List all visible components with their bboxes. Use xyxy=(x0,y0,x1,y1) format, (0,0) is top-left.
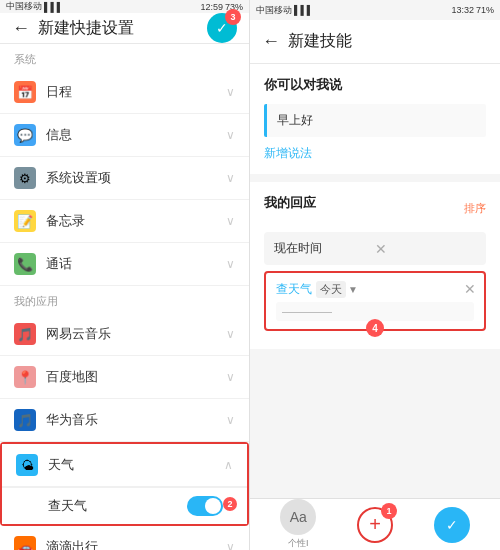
system-item-chevron: ∨ xyxy=(226,85,235,99)
apps-list: 🎵 网易云音乐 ∨ 📍 百度地图 ∨ 🎵 华为音乐 ∨ xyxy=(0,313,249,442)
add-phrase-button[interactable]: 新增说法 xyxy=(264,145,486,162)
more-app-label: 滴滴出行 xyxy=(46,538,226,550)
personalise-label: 个性I xyxy=(288,537,309,550)
system-item-icon: 💬 xyxy=(14,124,36,146)
system-list-item[interactable]: 📞 通话 ∨ xyxy=(0,243,249,286)
response-box-weather: 查天气 今天 ▼ ————— ✕ 4 xyxy=(264,271,486,331)
say-phrase: 早上好 xyxy=(264,104,486,137)
right-status-bar: 中国移动 ▌▌▌ 13:32 71% xyxy=(250,0,500,20)
response-today-label: 今天 xyxy=(316,281,346,298)
system-list: 📅 日程 ∨ 💬 信息 ∨ ⚙ 系统设置项 ∨ 📝 备忘录 ∨ 📞 通话 ∨ xyxy=(0,71,249,286)
weather-icon: 🌤 xyxy=(16,454,38,476)
left-back-button[interactable]: ← xyxy=(12,18,30,39)
weather-toggle[interactable] xyxy=(187,496,223,516)
right-status-right: 13:32 71% xyxy=(451,5,494,15)
response-title: 我的回应 xyxy=(264,194,316,212)
system-section-label: 系统 xyxy=(0,44,249,71)
dropdown-icon[interactable]: ▼ xyxy=(348,284,358,295)
system-item-label: 备忘录 xyxy=(46,212,226,230)
system-item-icon: ⚙ xyxy=(14,167,36,189)
bottom-bar: Aa 个性I + 1 ✓ xyxy=(250,498,500,550)
response-header: 我的回应 排序 xyxy=(264,194,486,222)
left-time: 12:59 xyxy=(200,2,223,12)
weather-chevron-icon: ∧ xyxy=(224,458,233,472)
app-item-label: 网易云音乐 xyxy=(46,325,226,343)
confirm-bottom-button[interactable]: ✓ xyxy=(434,507,470,543)
system-list-item[interactable]: 📅 日程 ∨ xyxy=(0,71,249,114)
system-item-label: 日程 xyxy=(46,83,226,101)
confirm-icon: ✓ xyxy=(434,507,470,543)
response-box-top: 查天气 今天 ▼ xyxy=(276,281,474,298)
system-list-item[interactable]: ⚙ 系统设置项 ∨ xyxy=(0,157,249,200)
response-item-time: 现在时间 ✕ xyxy=(264,232,486,265)
say-section: 你可以对我说 早上好 新增说法 xyxy=(250,64,500,174)
more-app-list-item[interactable]: 🚗 滴滴出行 ∨ xyxy=(0,526,249,550)
add-badge: 1 xyxy=(381,503,397,519)
app-item-chevron: ∨ xyxy=(226,370,235,384)
left-panel: 中国移动 ▌▌▌ 12:59 73% ← 新建快捷设置 ✓ 3 系统 📅 日程 … xyxy=(0,0,250,550)
weather-parent-item[interactable]: 🌤 天气 ∧ xyxy=(2,444,247,487)
system-item-chevron: ∨ xyxy=(226,214,235,228)
weather-group: 🌤 天气 ∧ 查天气 2 xyxy=(0,442,249,526)
system-item-chevron: ∨ xyxy=(226,171,235,185)
more-app-icon: 🚗 xyxy=(14,536,36,550)
response-section: 我的回应 排序 现在时间 ✕ 查天气 今天 ▼ ————— ✕ 4 xyxy=(250,182,500,349)
response-item-label: 现在时间 xyxy=(274,240,375,257)
weather-child-label: 查天气 xyxy=(48,497,187,515)
right-content: 你可以对我说 早上好 新增说法 我的回应 排序 现在时间 ✕ 查天气 今天 ▼ xyxy=(250,64,500,498)
app-list-item[interactable]: 🎵 网易云音乐 ∨ xyxy=(0,313,249,356)
left-check-button[interactable]: ✓ 3 xyxy=(207,13,237,43)
app-item-label: 百度地图 xyxy=(46,368,226,386)
personalise-icon: Aa xyxy=(280,499,316,535)
left-carrier: 中国移动 xyxy=(6,0,42,13)
sort-button[interactable]: 排序 xyxy=(464,201,486,216)
app-item-icon: 🎵 xyxy=(14,409,36,431)
app-item-chevron: ∨ xyxy=(226,413,235,427)
right-carrier: 中国移动 xyxy=(256,4,292,17)
system-item-label: 通话 xyxy=(46,255,226,273)
app-list-item[interactable]: 🎵 华为音乐 ∨ xyxy=(0,399,249,442)
left-status-bar: 中国移动 ▌▌▌ 12:59 73% xyxy=(0,0,249,13)
right-time: 13:32 xyxy=(451,5,474,15)
app-list-item[interactable]: 📍 百度地图 ∨ xyxy=(0,356,249,399)
more-apps-list: 🚗 滴滴出行 ∨ ❤ 运动健康 ∨ 🎵 QQ音乐 ∨ xyxy=(0,526,249,550)
weather-badge-num: 2 xyxy=(223,497,237,511)
more-app-chevron: ∨ xyxy=(226,540,235,550)
left-check-badge: 3 xyxy=(225,9,241,25)
weather-badge: 2 xyxy=(227,503,233,509)
right-panel: 中国移动 ▌▌▌ 13:32 71% ← 新建技能 你可以对我说 早上好 新增说… xyxy=(250,0,500,550)
left-header: ← 新建快捷设置 ✓ 3 xyxy=(0,13,249,44)
system-item-label: 信息 xyxy=(46,126,226,144)
system-list-item[interactable]: 💬 信息 ∨ xyxy=(0,114,249,157)
app-item-chevron: ∨ xyxy=(226,327,235,341)
system-item-chevron: ∨ xyxy=(226,257,235,271)
right-back-button[interactable]: ← xyxy=(262,31,280,52)
app-item-icon: 🎵 xyxy=(14,323,36,345)
apps-section-label: 我的应用 xyxy=(0,286,249,313)
response-box-close[interactable]: ✕ xyxy=(464,281,476,297)
system-item-icon: 📅 xyxy=(14,81,36,103)
personalise-button[interactable]: Aa 个性I xyxy=(280,499,316,550)
system-item-icon: 📞 xyxy=(14,253,36,275)
left-header-left: ← 新建快捷设置 xyxy=(12,18,134,39)
response-weather-label: 查天气 xyxy=(276,281,312,298)
system-list-item[interactable]: 📝 备忘录 ∨ xyxy=(0,200,249,243)
left-page-title: 新建快捷设置 xyxy=(38,18,134,39)
response-item-close[interactable]: ✕ xyxy=(375,241,476,257)
right-header: ← 新建技能 xyxy=(250,20,500,64)
app-item-icon: 📍 xyxy=(14,366,36,388)
left-status-left: 中国移动 ▌▌▌ xyxy=(6,0,63,13)
right-signal: ▌▌▌ xyxy=(294,5,313,15)
system-item-label: 系统设置项 xyxy=(46,169,226,187)
right-status-left: 中国移动 ▌▌▌ xyxy=(256,4,313,17)
weather-child-item[interactable]: 查天气 2 xyxy=(2,487,247,524)
response-box-badge: 4 xyxy=(366,319,384,337)
weather-parent-label: 天气 xyxy=(48,456,224,474)
app-item-label: 华为音乐 xyxy=(46,411,226,429)
system-item-icon: 📝 xyxy=(14,210,36,232)
add-bottom-button[interactable]: + 1 xyxy=(357,507,393,543)
right-page-title: 新建技能 xyxy=(288,31,352,52)
right-battery: 71% xyxy=(476,5,494,15)
left-signal: ▌▌▌ xyxy=(44,2,63,12)
say-section-title: 你可以对我说 xyxy=(264,76,486,94)
